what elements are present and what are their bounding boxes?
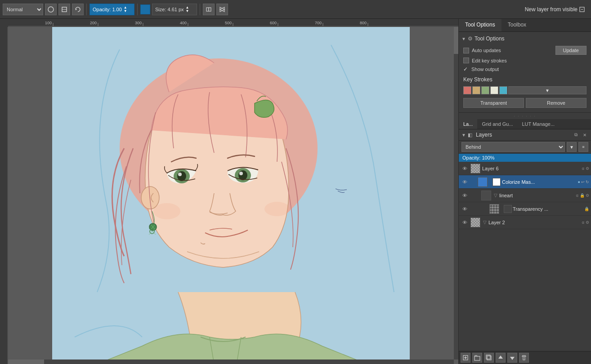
size-down[interactable]: ▼ bbox=[186, 9, 189, 13]
tab-grid-guides[interactable]: Grid and Gu... bbox=[477, 119, 517, 129]
layers-expand-icon[interactable]: ▼ bbox=[461, 133, 466, 138]
filter-icon-btn[interactable]: ▼ bbox=[567, 142, 577, 152]
tab-lut[interactable]: LUT Manage... bbox=[518, 119, 560, 129]
scrollbar-vertical[interactable] bbox=[454, 27, 458, 360]
lineart-icons: α 🔒 ⚙ bbox=[576, 193, 589, 198]
svg-text:600: 600 bbox=[270, 21, 277, 25]
svg-text:800: 800 bbox=[360, 21, 367, 25]
transparent-button[interactable]: Transparent bbox=[463, 98, 524, 108]
tool-icon-2[interactable] bbox=[58, 4, 70, 15]
canvas-content[interactable] bbox=[8, 27, 454, 360]
layer6-name: Layer 6 bbox=[482, 166, 581, 171]
lineart-name: lineart bbox=[499, 193, 575, 198]
remove-button[interactable]: Remove bbox=[526, 98, 587, 108]
swatch-green[interactable] bbox=[481, 86, 489, 94]
tab-layers-label: La... bbox=[463, 121, 473, 127]
layers-filter-btn[interactable]: ≡ bbox=[578, 142, 588, 152]
auto-updates-checkbox[interactable] bbox=[463, 48, 469, 53]
layers-title: Layers bbox=[476, 132, 492, 138]
artwork-svg bbox=[52, 27, 410, 360]
layer-row-colorize[interactable]: 👁 Colorize Mas... ● ↩ ↻ bbox=[459, 175, 591, 189]
layer6-icons: α ⚙ bbox=[582, 166, 589, 171]
svg-point-37 bbox=[153, 203, 180, 219]
scrollbar-v-thumb[interactable] bbox=[454, 27, 458, 54]
layer-row-lineart[interactable]: 👁 ▽ lineart α 🔒 ⚙ bbox=[459, 189, 591, 202]
colorize-refresh-icon: ↻ bbox=[586, 180, 589, 184]
lineart-visibility[interactable]: 👁 bbox=[461, 191, 469, 200]
size-control[interactable]: Size: 4.61 px ▲ ▼ bbox=[152, 4, 197, 15]
swatch-dropdown[interactable]: ▼ bbox=[508, 86, 587, 94]
new-layer-button[interactable]: New layer from visible bbox=[521, 0, 588, 18]
transparency-thumb bbox=[489, 204, 499, 214]
layers-duplicate-icon[interactable]: ⧉ bbox=[572, 131, 579, 138]
layer-row-transparency[interactable]: 👁 Transparency ... 🔒 bbox=[459, 202, 591, 216]
toolbar-sep-2 bbox=[137, 4, 138, 15]
key-strokes-label: Key Strokes bbox=[461, 74, 588, 84]
new-layer-icon bbox=[579, 7, 585, 12]
tab-toolbox[interactable]: Toolbox bbox=[501, 19, 533, 31]
scrollbar-h-thumb[interactable] bbox=[8, 360, 44, 364]
colorize-visibility[interactable]: 👁 bbox=[461, 178, 469, 186]
svg-marker-6 bbox=[220, 7, 224, 12]
tool-options-section-label: Tool Options bbox=[475, 36, 505, 42]
layer2-visibility[interactable]: 👁 bbox=[461, 218, 469, 226]
top-toolbar: Normal Opacity: 1.00 ▲ ▼ Size: 4.61 px ▲… bbox=[0, 0, 591, 19]
show-output-row: ✓ Show output bbox=[461, 65, 588, 74]
show-output-checkmark: ✓ bbox=[463, 66, 468, 72]
new-layer-label: New layer from visible bbox=[525, 6, 578, 13]
opacity-down[interactable]: ▼ bbox=[124, 9, 127, 13]
svg-point-38 bbox=[264, 202, 290, 216]
colorize-circle-icon: ● bbox=[578, 180, 580, 184]
duplicate-layer-btn[interactable] bbox=[484, 353, 494, 363]
transparency-visibility[interactable]: 👁 bbox=[461, 205, 469, 213]
flip-v-btn[interactable] bbox=[216, 4, 228, 15]
delete-layer-btn[interactable] bbox=[519, 353, 529, 363]
size-arrows[interactable]: ▲ ▼ bbox=[186, 6, 189, 13]
tab-layers[interactable]: La... bbox=[459, 119, 477, 129]
expand-icon[interactable]: ▼ bbox=[461, 36, 466, 41]
layer-row-layer6[interactable]: 👁 Layer 6 α ⚙ bbox=[459, 162, 591, 175]
colorize-mask bbox=[492, 178, 501, 186]
move-down-btn[interactable] bbox=[507, 353, 517, 363]
move-up-btn[interactable] bbox=[496, 353, 506, 363]
trans-lock: 🔒 bbox=[584, 207, 589, 211]
lineart-alpha: α bbox=[576, 193, 578, 198]
keystroke-buttons: Transparent Remove bbox=[461, 96, 588, 110]
toolbar-sep-3 bbox=[200, 4, 200, 15]
layer6-visibility[interactable]: 👁 bbox=[461, 164, 469, 173]
swatch-blue[interactable] bbox=[499, 86, 507, 94]
delete-layer-icon bbox=[521, 355, 527, 361]
swatch-yellow[interactable] bbox=[472, 86, 480, 94]
layers-tabs: La... Grid and Gu... LUT Manage... bbox=[459, 119, 591, 129]
add-layer-btn[interactable] bbox=[461, 353, 470, 363]
opacity-arrows[interactable]: ▲ ▼ bbox=[124, 6, 127, 13]
layers-section: · · · · · · La... Grid and Gu... LUT Man… bbox=[459, 113, 591, 364]
canvas-image[interactable] bbox=[52, 27, 410, 360]
edit-key-strokes-checkbox[interactable] bbox=[463, 58, 469, 63]
layer-row-layer2[interactable]: 👁 ▽ Layer 2 α ⚙ bbox=[459, 216, 591, 229]
add-group-btn[interactable] bbox=[472, 353, 482, 363]
color-indicator[interactable] bbox=[140, 4, 150, 14]
tool-mode-select[interactable]: Normal bbox=[3, 4, 43, 15]
colorize-icons: ● ↩ ↻ bbox=[578, 180, 589, 184]
layer2-alpha: α bbox=[582, 220, 584, 225]
opacity-control[interactable]: Opacity: 1.00 ▲ ▼ bbox=[90, 4, 134, 15]
opacity-bar[interactable]: Opacity: 100% bbox=[459, 154, 591, 162]
layer2-icons: α ⚙ bbox=[582, 220, 589, 225]
flip-h-btn[interactable] bbox=[203, 4, 215, 15]
scrollbar-horizontal[interactable] bbox=[8, 360, 454, 364]
svg-rect-46 bbox=[486, 355, 490, 359]
layers-close-icon[interactable]: ✕ bbox=[581, 131, 588, 138]
svg-text:100: 100 bbox=[45, 21, 52, 25]
colorize-name: Colorize Mas... bbox=[502, 179, 577, 185]
update-button[interactable]: Update bbox=[555, 46, 587, 55]
ruler-v-svg bbox=[0, 27, 8, 364]
swatch-red[interactable] bbox=[463, 86, 471, 94]
tool-options-header: ▼ ⚙ Tool Options bbox=[461, 35, 588, 44]
lineart-gear: ⚙ bbox=[586, 193, 589, 198]
blend-mode-select[interactable]: Behind Normal Multiply Screen bbox=[461, 142, 565, 152]
tool-icon-1[interactable] bbox=[45, 4, 57, 15]
swatch-white[interactable] bbox=[490, 86, 498, 94]
tool-refresh[interactable] bbox=[72, 4, 84, 15]
tab-tool-options[interactable]: Tool Options bbox=[459, 19, 501, 31]
